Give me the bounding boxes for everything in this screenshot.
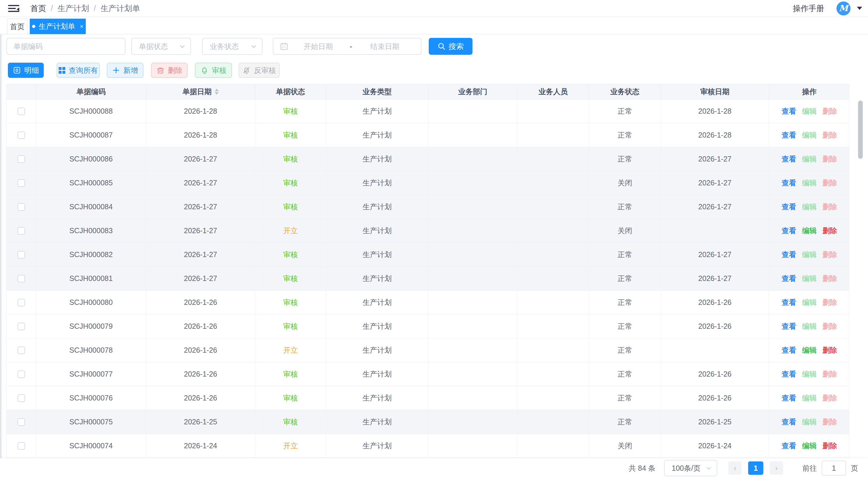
edit-link[interactable]: 编辑	[802, 417, 817, 427]
cell-biz-type: 生产计划	[326, 410, 429, 434]
cell-audit-date: 2026-1-25	[661, 410, 769, 434]
row-checkbox[interactable]	[18, 370, 25, 378]
edit-link[interactable]: 编辑	[802, 369, 817, 379]
end-date-placeholder[interactable]: 结束日期	[370, 42, 399, 51]
delete-link[interactable]: 删除	[823, 321, 837, 331]
tab-production-plan-active[interactable]: 生产计划单 ×	[30, 19, 86, 34]
edit-link[interactable]: 编辑	[802, 298, 817, 307]
row-checkbox[interactable]	[18, 108, 25, 115]
delete-link[interactable]: 删除	[823, 393, 837, 403]
edit-link[interactable]: 编辑	[802, 321, 817, 331]
audit-button[interactable]: 审核	[195, 63, 232, 78]
row-checkbox[interactable]	[18, 227, 25, 235]
biz-status-select[interactable]: 业务状态	[202, 38, 262, 55]
edit-link[interactable]: 编辑	[802, 274, 817, 283]
delete-link[interactable]: 删除	[823, 250, 837, 260]
view-link[interactable]: 查看	[782, 298, 796, 307]
edit-link[interactable]: 编辑	[802, 106, 817, 116]
view-link[interactable]: 查看	[782, 178, 796, 188]
row-checkbox[interactable]	[18, 131, 25, 139]
cell-biz-dept	[429, 362, 518, 386]
delete-link[interactable]: 删除	[823, 202, 837, 212]
reverse-audit-button[interactable]: 反审核	[239, 63, 280, 78]
goto-page-input[interactable]	[822, 460, 846, 476]
delete-link[interactable]: 删除	[823, 274, 837, 283]
cell-biz-status: 正常	[589, 410, 661, 434]
row-checkbox[interactable]	[18, 203, 25, 211]
delete-button[interactable]: 删除	[151, 63, 188, 78]
breadcrumb-home[interactable]: 首页	[30, 3, 46, 14]
delete-link[interactable]: 删除	[823, 369, 837, 379]
sort-icon[interactable]	[215, 89, 219, 95]
operation-manual-link[interactable]: 操作手册	[793, 3, 824, 14]
view-link[interactable]: 查看	[782, 226, 796, 236]
delete-link[interactable]: 删除	[823, 345, 837, 355]
collapse-sidebar-icon[interactable]	[8, 3, 19, 13]
edit-link[interactable]: 编辑	[802, 178, 817, 188]
delete-link[interactable]: 删除	[823, 226, 837, 236]
row-checkbox[interactable]	[18, 395, 25, 402]
current-page-button[interactable]: 1	[748, 462, 763, 475]
trash-icon	[156, 66, 164, 74]
delete-link[interactable]: 删除	[823, 154, 837, 164]
row-checkbox[interactable]	[18, 156, 25, 163]
user-menu-caret-icon[interactable]	[857, 7, 862, 10]
row-checkbox[interactable]	[18, 299, 25, 306]
row-checkbox[interactable]	[18, 251, 25, 259]
delete-link[interactable]: 删除	[823, 441, 837, 451]
edit-link[interactable]: 编辑	[802, 250, 817, 260]
cell-checkbox	[7, 434, 36, 457]
row-checkbox[interactable]	[18, 322, 25, 330]
doc-code-input[interactable]: 单据编码	[6, 38, 125, 55]
delete-link[interactable]: 删除	[823, 106, 837, 116]
view-link[interactable]: 查看	[782, 130, 796, 140]
cell-doc-date: 2026-1-27	[146, 171, 255, 195]
next-page-button[interactable]: ›	[770, 462, 783, 475]
view-link[interactable]: 查看	[782, 106, 796, 116]
cell-biz-status: 正常	[589, 243, 661, 266]
view-link[interactable]: 查看	[782, 417, 796, 427]
prev-page-button[interactable]: ‹	[728, 462, 742, 475]
delete-link[interactable]: 删除	[823, 298, 837, 307]
view-link[interactable]: 查看	[782, 321, 796, 331]
row-checkbox[interactable]	[18, 418, 25, 426]
edit-link[interactable]: 编辑	[802, 345, 817, 355]
tab-home[interactable]: 首页	[7, 19, 27, 34]
doc-status-select[interactable]: 单据状态	[131, 38, 191, 55]
row-checkbox[interactable]	[18, 179, 25, 187]
page-size-select[interactable]: 100条/页	[664, 460, 717, 476]
breadcrumb-level1[interactable]: 生产计划	[58, 3, 89, 14]
view-link[interactable]: 查看	[782, 250, 796, 260]
view-link[interactable]: 查看	[782, 345, 796, 355]
user-avatar[interactable]: M	[837, 1, 850, 15]
delete-link[interactable]: 删除	[823, 178, 837, 188]
tab-close-icon[interactable]: ×	[80, 23, 84, 30]
vertical-scrollbar-thumb[interactable]	[858, 101, 863, 159]
add-button[interactable]: 新增	[107, 63, 144, 78]
query-all-button[interactable]: 查询所有	[57, 63, 100, 78]
view-link[interactable]: 查看	[782, 274, 796, 283]
date-range-picker[interactable]: 开始日期 - 结束日期	[273, 38, 422, 55]
edit-link[interactable]: 编辑	[802, 130, 817, 140]
detail-button[interactable]: 明细	[8, 63, 44, 78]
cell-biz-dept	[429, 147, 518, 171]
view-link[interactable]: 查看	[782, 393, 796, 403]
view-link[interactable]: 查看	[782, 369, 796, 379]
cell-biz-dept	[429, 171, 518, 195]
row-checkbox[interactable]	[18, 347, 25, 354]
cell-biz-dept	[429, 195, 518, 218]
row-checkbox[interactable]	[18, 442, 25, 450]
view-link[interactable]: 查看	[782, 202, 796, 212]
view-link[interactable]: 查看	[782, 441, 796, 451]
start-date-placeholder[interactable]: 开始日期	[304, 42, 333, 51]
edit-link[interactable]: 编辑	[802, 202, 817, 212]
edit-link[interactable]: 编辑	[802, 226, 817, 236]
edit-link[interactable]: 编辑	[802, 154, 817, 164]
row-checkbox[interactable]	[18, 275, 25, 282]
view-link[interactable]: 查看	[782, 154, 796, 164]
edit-link[interactable]: 编辑	[802, 441, 817, 451]
delete-link[interactable]: 删除	[823, 130, 837, 140]
edit-link[interactable]: 编辑	[802, 393, 817, 403]
delete-link[interactable]: 删除	[823, 417, 837, 427]
search-button[interactable]: 搜索	[429, 38, 472, 55]
